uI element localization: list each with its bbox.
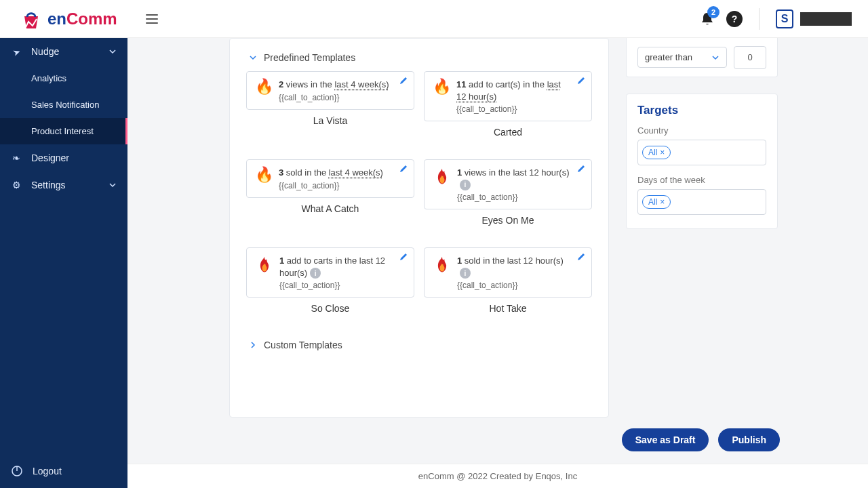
templates-card: Predefined Templates 🔥2 views in the las… [229, 38, 609, 418]
days-label: Days of the week [637, 175, 766, 185]
template-text: 1 add to carts in the last 12 hour(s)i [279, 255, 406, 279]
section-title: Custom Templates [264, 340, 342, 350]
template-text: 2 views in the last 4 week(s) [279, 79, 406, 91]
sidebar-item-product-interest[interactable]: Product Interest [0, 118, 127, 144]
fire-icon [255, 255, 274, 290]
footer: enComm @ 2022 Created by Enqos, Inc [127, 464, 868, 488]
edit-template-button[interactable] [576, 164, 586, 174]
sidebar-label: Sales Notification [31, 100, 99, 110]
template-cta: {{call_to_action}} [457, 192, 583, 202]
remove-tag-icon[interactable]: × [660, 148, 665, 157]
paper-plane-icon [11, 46, 22, 57]
info-icon[interactable]: i [460, 268, 471, 279]
select-value: greater than [645, 52, 692, 62]
template-cta: {{call_to_action}} [457, 281, 583, 290]
logo-text: enComm [47, 9, 117, 28]
notifications-button[interactable]: 2 [701, 12, 714, 26]
app-header: enComm 2 ? S [0, 0, 868, 38]
user-avatar: S [776, 9, 793, 28]
template-text: 11 add to cart(s) in the last 12 hour(s) [456, 79, 583, 102]
template-cell: 1 add to carts in the last 12 hour(s)i{{… [246, 247, 414, 314]
pencil-icon [399, 164, 408, 174]
template-card[interactable]: 🔥3 sold in the last 4 week(s){{call_to_a… [246, 159, 414, 198]
sidebar-item-sales-notification[interactable]: Sales Notification [0, 92, 127, 118]
template-card[interactable]: 🔥11 add to cart(s) in the last 12 hour(s… [424, 71, 592, 121]
fire-icon: 🔥 [255, 79, 273, 102]
publish-button[interactable]: Publish [718, 428, 780, 451]
edit-template-button[interactable] [399, 164, 408, 174]
save-as-draft-button[interactable]: Save as Draft [622, 428, 709, 451]
info-icon[interactable]: i [310, 268, 321, 279]
sidebar-label: Analytics [31, 73, 66, 83]
sidebar-item-designer[interactable]: Designer [0, 144, 127, 171]
targets-card: Targets Country All × Days of the week A… [626, 94, 778, 229]
logo[interactable]: enComm [19, 7, 117, 31]
template-cell: 1 views in the last 12 hour(s)i{{call_to… [424, 159, 592, 226]
info-icon[interactable]: i [460, 180, 471, 190]
days-input[interactable]: All × [637, 189, 766, 215]
template-card[interactable]: 1 sold in the last 12 hour(s)i{{call_to_… [424, 247, 592, 298]
template-card[interactable]: 1 add to carts in the last 12 hour(s)i{{… [246, 247, 414, 298]
edit-template-button[interactable] [399, 76, 408, 85]
template-name: La Vista [313, 115, 347, 126]
fire-icon [433, 167, 452, 202]
fire-icon [433, 255, 452, 290]
sidebar-label: Nudge [31, 46, 59, 57]
template-cta: {{call_to_action}} [456, 104, 583, 114]
fire-icon: 🔥 [255, 167, 273, 190]
chevron-down-icon [249, 54, 257, 62]
fire-icon: 🔥 [433, 79, 451, 114]
section-title: Predefined Templates [264, 52, 355, 63]
pencil-icon [576, 164, 586, 174]
sidebar-item-analytics[interactable]: Analytics [0, 65, 127, 92]
template-cell: 🔥2 views in the last 4 week(s){{call_to_… [246, 71, 414, 138]
sidebar-label: Designer [31, 152, 69, 163]
logout-label: Logout [33, 466, 62, 476]
chevron-down-icon [108, 181, 117, 189]
chevron-down-icon [108, 47, 117, 56]
edit-template-button[interactable] [576, 252, 586, 262]
pencil-icon [576, 76, 586, 85]
template-cta: {{call_to_action}} [279, 93, 406, 102]
template-cell: 1 sold in the last 12 hour(s)i{{call_to_… [424, 247, 592, 314]
logo-bag-icon [19, 7, 43, 31]
custom-templates-toggle[interactable]: Custom Templates [246, 340, 592, 350]
sidebar: Nudge Analytics Sales Notification Produ… [0, 0, 127, 488]
country-label: Country [637, 125, 766, 136]
main-content: Predefined Templates 🔥2 views in the las… [127, 38, 868, 488]
remove-tag-icon[interactable]: × [660, 197, 665, 207]
template-cell: 🔥3 sold in the last 4 week(s){{call_to_a… [246, 159, 414, 226]
template-card[interactable]: 1 views in the last 12 hour(s)i{{call_to… [424, 159, 592, 209]
help-button[interactable]: ? [726, 11, 743, 27]
edit-template-button[interactable] [576, 76, 586, 85]
power-icon [11, 465, 23, 477]
gear-icon [11, 180, 22, 190]
logout-button[interactable]: Logout [0, 454, 127, 488]
edit-template-button[interactable] [399, 252, 408, 262]
country-tag-all[interactable]: All × [642, 146, 671, 159]
template-name: Hot Take [490, 303, 527, 314]
days-tag-all[interactable]: All × [642, 195, 671, 209]
country-input[interactable]: All × [637, 140, 766, 165]
pencil-icon [576, 252, 586, 262]
sidebar-item-nudge[interactable]: Nudge [0, 38, 127, 65]
user-name-redacted [800, 12, 852, 26]
condition-value-input[interactable]: 0 [734, 46, 766, 69]
notification-badge: 2 [707, 6, 719, 18]
template-cta: {{call_to_action}} [279, 181, 406, 190]
menu-toggle-button[interactable] [146, 14, 158, 24]
chevron-down-icon [711, 54, 719, 62]
template-name: Carted [494, 127, 522, 138]
condition-operator-select[interactable]: greater than [637, 47, 727, 68]
predefined-templates-toggle[interactable]: Predefined Templates [246, 52, 592, 63]
template-name: So Close [311, 303, 350, 314]
tag-label: All [648, 148, 657, 157]
chevron-right-icon [249, 341, 257, 349]
sidebar-item-settings[interactable]: Settings [0, 171, 127, 199]
template-name: Eyes On Me [481, 215, 534, 226]
tag-label: All [648, 197, 657, 207]
user-menu[interactable]: S [776, 9, 852, 28]
pencil-icon [399, 252, 408, 262]
sidebar-label: Product Interest [31, 126, 94, 136]
template-card[interactable]: 🔥2 views in the last 4 week(s){{call_to_… [246, 71, 414, 110]
